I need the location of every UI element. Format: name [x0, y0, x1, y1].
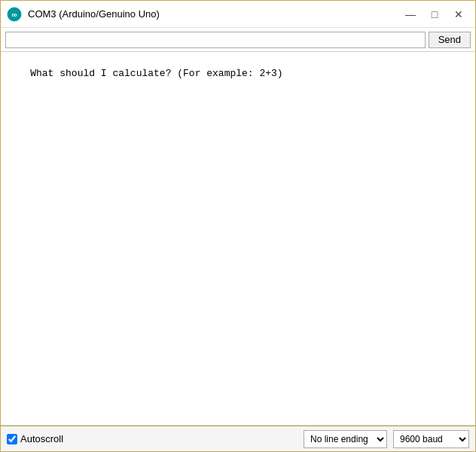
window-controls: — □ ✕ [400, 6, 469, 23]
title-bar: ∞ COM3 (Arduino/Genuino Uno) — □ ✕ [1, 1, 475, 28]
window-title: COM3 (Arduino/Genuino Uno) [28, 8, 400, 20]
status-bar: Autoscroll No line ending Newline Carria… [1, 426, 475, 451]
baud-rate-select[interactable]: 300 baud 1200 baud 2400 baud 4800 baud 9… [393, 430, 469, 448]
toolbar: Send [1, 28, 475, 52]
svg-text:∞: ∞ [11, 11, 17, 19]
serial-input[interactable] [5, 32, 426, 48]
send-button[interactable]: Send [429, 32, 471, 48]
maximize-button[interactable]: □ [424, 6, 445, 23]
autoscroll-checkbox[interactable] [7, 434, 17, 444]
close-button[interactable]: ✕ [448, 6, 469, 23]
line-ending-select[interactable]: No line ending Newline Carriage return B… [304, 430, 387, 448]
arduino-logo-icon: ∞ [7, 7, 22, 22]
arduino-serial-monitor: ∞ COM3 (Arduino/Genuino Uno) — □ ✕ Send … [0, 0, 476, 452]
serial-output-text: What should I calculate? (For example: 2… [30, 68, 282, 79]
minimize-button[interactable]: — [400, 6, 421, 23]
autoscroll-label[interactable]: Autoscroll [7, 433, 63, 444]
serial-output-area: What should I calculate? (For example: 2… [1, 52, 475, 426]
autoscroll-text: Autoscroll [20, 433, 63, 444]
